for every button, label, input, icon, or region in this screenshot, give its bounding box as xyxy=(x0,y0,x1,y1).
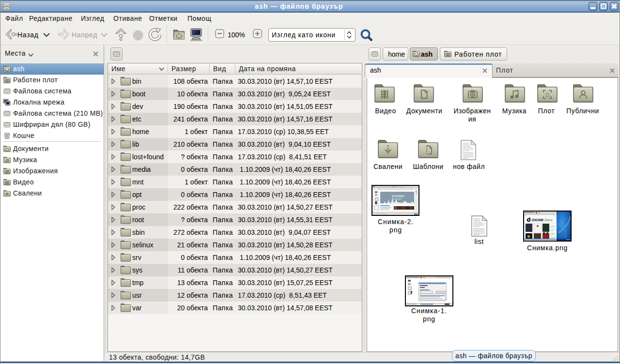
svg-text:GUADEC: GUADEC xyxy=(392,195,405,197)
svg-text:D: D xyxy=(546,92,550,98)
svg-text:Store: Store xyxy=(544,218,553,222)
svg-text:GNOME: GNOME xyxy=(532,218,544,222)
